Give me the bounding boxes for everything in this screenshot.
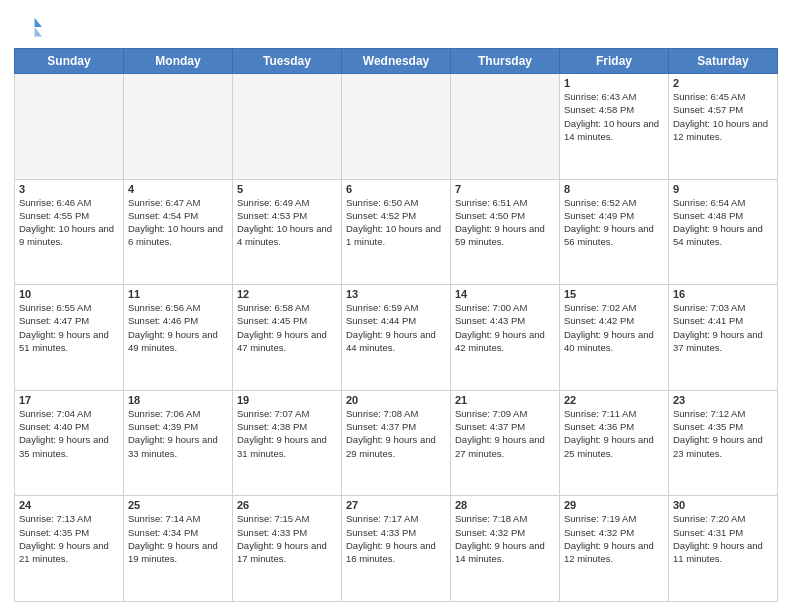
day-info: Sunrise: 6:52 AM Sunset: 4:49 PM Dayligh… (564, 196, 664, 249)
day-number: 30 (673, 499, 773, 511)
day-info: Sunrise: 7:18 AM Sunset: 4:32 PM Dayligh… (455, 512, 555, 565)
day-info: Sunrise: 7:09 AM Sunset: 4:37 PM Dayligh… (455, 407, 555, 460)
calendar-cell: 25Sunrise: 7:14 AM Sunset: 4:34 PM Dayli… (124, 496, 233, 602)
day-info: Sunrise: 6:54 AM Sunset: 4:48 PM Dayligh… (673, 196, 773, 249)
day-info: Sunrise: 7:08 AM Sunset: 4:37 PM Dayligh… (346, 407, 446, 460)
day-info: Sunrise: 6:47 AM Sunset: 4:54 PM Dayligh… (128, 196, 228, 249)
calendar-cell (15, 74, 124, 180)
day-info: Sunrise: 7:06 AM Sunset: 4:39 PM Dayligh… (128, 407, 228, 460)
calendar-cell (451, 74, 560, 180)
day-number: 2 (673, 77, 773, 89)
calendar-week: 3Sunrise: 6:46 AM Sunset: 4:55 PM Daylig… (15, 179, 778, 285)
day-number: 4 (128, 183, 228, 195)
day-info: Sunrise: 7:02 AM Sunset: 4:42 PM Dayligh… (564, 301, 664, 354)
day-info: Sunrise: 6:55 AM Sunset: 4:47 PM Dayligh… (19, 301, 119, 354)
day-info: Sunrise: 6:59 AM Sunset: 4:44 PM Dayligh… (346, 301, 446, 354)
calendar-week: 24Sunrise: 7:13 AM Sunset: 4:35 PM Dayli… (15, 496, 778, 602)
day-info: Sunrise: 7:07 AM Sunset: 4:38 PM Dayligh… (237, 407, 337, 460)
calendar-cell: 7Sunrise: 6:51 AM Sunset: 4:50 PM Daylig… (451, 179, 560, 285)
weekday-header: Friday (560, 49, 669, 74)
calendar-cell: 9Sunrise: 6:54 AM Sunset: 4:48 PM Daylig… (669, 179, 778, 285)
day-number: 5 (237, 183, 337, 195)
weekday-header: Thursday (451, 49, 560, 74)
calendar-cell: 30Sunrise: 7:20 AM Sunset: 4:31 PM Dayli… (669, 496, 778, 602)
calendar-cell: 1Sunrise: 6:43 AM Sunset: 4:58 PM Daylig… (560, 74, 669, 180)
calendar-cell: 27Sunrise: 7:17 AM Sunset: 4:33 PM Dayli… (342, 496, 451, 602)
day-number: 11 (128, 288, 228, 300)
day-number: 15 (564, 288, 664, 300)
calendar-cell: 5Sunrise: 6:49 AM Sunset: 4:53 PM Daylig… (233, 179, 342, 285)
day-number: 26 (237, 499, 337, 511)
header (14, 10, 778, 42)
calendar-cell: 12Sunrise: 6:58 AM Sunset: 4:45 PM Dayli… (233, 285, 342, 391)
calendar-header: SundayMondayTuesdayWednesdayThursdayFrid… (15, 49, 778, 74)
calendar-week: 17Sunrise: 7:04 AM Sunset: 4:40 PM Dayli… (15, 390, 778, 496)
day-number: 28 (455, 499, 555, 511)
day-info: Sunrise: 7:15 AM Sunset: 4:33 PM Dayligh… (237, 512, 337, 565)
weekday-row: SundayMondayTuesdayWednesdayThursdayFrid… (15, 49, 778, 74)
day-number: 18 (128, 394, 228, 406)
day-number: 19 (237, 394, 337, 406)
day-number: 6 (346, 183, 446, 195)
calendar-cell (233, 74, 342, 180)
day-number: 21 (455, 394, 555, 406)
svg-marker-1 (35, 27, 42, 36)
calendar-cell: 17Sunrise: 7:04 AM Sunset: 4:40 PM Dayli… (15, 390, 124, 496)
svg-marker-0 (35, 18, 42, 27)
weekday-header: Sunday (15, 49, 124, 74)
calendar-cell: 20Sunrise: 7:08 AM Sunset: 4:37 PM Dayli… (342, 390, 451, 496)
day-number: 16 (673, 288, 773, 300)
day-number: 24 (19, 499, 119, 511)
day-number: 8 (564, 183, 664, 195)
calendar-cell: 28Sunrise: 7:18 AM Sunset: 4:32 PM Dayli… (451, 496, 560, 602)
day-info: Sunrise: 7:20 AM Sunset: 4:31 PM Dayligh… (673, 512, 773, 565)
day-number: 1 (564, 77, 664, 89)
calendar-cell: 4Sunrise: 6:47 AM Sunset: 4:54 PM Daylig… (124, 179, 233, 285)
calendar-week: 10Sunrise: 6:55 AM Sunset: 4:47 PM Dayli… (15, 285, 778, 391)
day-info: Sunrise: 7:04 AM Sunset: 4:40 PM Dayligh… (19, 407, 119, 460)
calendar-cell: 22Sunrise: 7:11 AM Sunset: 4:36 PM Dayli… (560, 390, 669, 496)
day-number: 3 (19, 183, 119, 195)
calendar-cell (124, 74, 233, 180)
calendar-cell: 3Sunrise: 6:46 AM Sunset: 4:55 PM Daylig… (15, 179, 124, 285)
day-number: 10 (19, 288, 119, 300)
calendar-cell: 14Sunrise: 7:00 AM Sunset: 4:43 PM Dayli… (451, 285, 560, 391)
day-number: 13 (346, 288, 446, 300)
weekday-header: Monday (124, 49, 233, 74)
calendar-cell: 24Sunrise: 7:13 AM Sunset: 4:35 PM Dayli… (15, 496, 124, 602)
calendar-cell: 11Sunrise: 6:56 AM Sunset: 4:46 PM Dayli… (124, 285, 233, 391)
calendar: SundayMondayTuesdayWednesdayThursdayFrid… (14, 48, 778, 602)
day-info: Sunrise: 6:49 AM Sunset: 4:53 PM Dayligh… (237, 196, 337, 249)
calendar-cell: 13Sunrise: 6:59 AM Sunset: 4:44 PM Dayli… (342, 285, 451, 391)
calendar-cell: 26Sunrise: 7:15 AM Sunset: 4:33 PM Dayli… (233, 496, 342, 602)
calendar-table: SundayMondayTuesdayWednesdayThursdayFrid… (14, 48, 778, 602)
day-number: 7 (455, 183, 555, 195)
day-info: Sunrise: 7:13 AM Sunset: 4:35 PM Dayligh… (19, 512, 119, 565)
day-info: Sunrise: 7:00 AM Sunset: 4:43 PM Dayligh… (455, 301, 555, 354)
calendar-cell: 23Sunrise: 7:12 AM Sunset: 4:35 PM Dayli… (669, 390, 778, 496)
calendar-cell: 6Sunrise: 6:50 AM Sunset: 4:52 PM Daylig… (342, 179, 451, 285)
logo-icon (14, 14, 42, 42)
calendar-cell: 29Sunrise: 7:19 AM Sunset: 4:32 PM Dayli… (560, 496, 669, 602)
page: SundayMondayTuesdayWednesdayThursdayFrid… (0, 0, 792, 612)
weekday-header: Tuesday (233, 49, 342, 74)
weekday-header: Wednesday (342, 49, 451, 74)
day-info: Sunrise: 6:46 AM Sunset: 4:55 PM Dayligh… (19, 196, 119, 249)
weekday-header: Saturday (669, 49, 778, 74)
calendar-cell: 10Sunrise: 6:55 AM Sunset: 4:47 PM Dayli… (15, 285, 124, 391)
calendar-body: 1Sunrise: 6:43 AM Sunset: 4:58 PM Daylig… (15, 74, 778, 602)
day-info: Sunrise: 6:43 AM Sunset: 4:58 PM Dayligh… (564, 90, 664, 143)
calendar-cell: 2Sunrise: 6:45 AM Sunset: 4:57 PM Daylig… (669, 74, 778, 180)
day-number: 12 (237, 288, 337, 300)
day-number: 9 (673, 183, 773, 195)
day-info: Sunrise: 7:11 AM Sunset: 4:36 PM Dayligh… (564, 407, 664, 460)
day-number: 20 (346, 394, 446, 406)
day-info: Sunrise: 6:45 AM Sunset: 4:57 PM Dayligh… (673, 90, 773, 143)
calendar-week: 1Sunrise: 6:43 AM Sunset: 4:58 PM Daylig… (15, 74, 778, 180)
calendar-cell: 16Sunrise: 7:03 AM Sunset: 4:41 PM Dayli… (669, 285, 778, 391)
logo (14, 14, 46, 42)
calendar-cell: 8Sunrise: 6:52 AM Sunset: 4:49 PM Daylig… (560, 179, 669, 285)
day-number: 27 (346, 499, 446, 511)
calendar-cell: 21Sunrise: 7:09 AM Sunset: 4:37 PM Dayli… (451, 390, 560, 496)
day-number: 29 (564, 499, 664, 511)
